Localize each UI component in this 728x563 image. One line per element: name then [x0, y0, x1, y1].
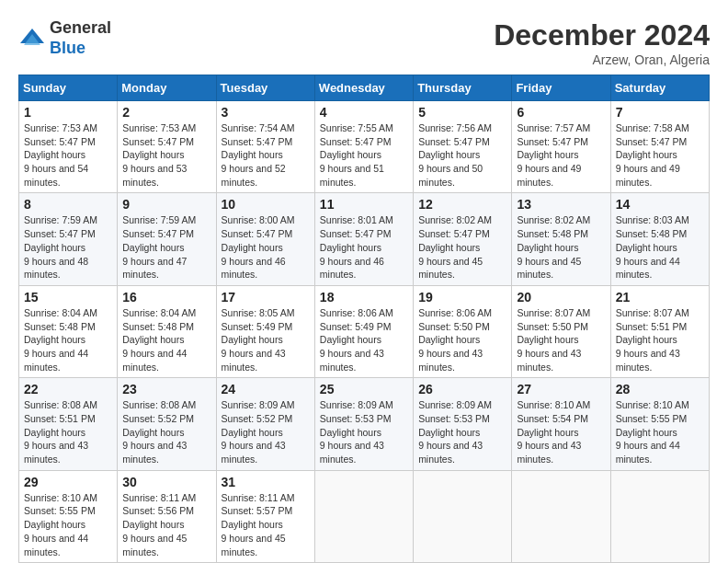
- day-info: Sunrise: 8:06 AM Sunset: 5:50 PM Dayligh…: [418, 306, 506, 373]
- day-number: 29: [24, 475, 112, 489]
- day-number: 12: [418, 197, 506, 212]
- day-number: 16: [122, 290, 210, 304]
- day-info: Sunrise: 7:55 AM Sunset: 5:47 PM Dayligh…: [320, 121, 408, 189]
- calendar-day-cell: 15 Sunrise: 8:04 AM Sunset: 5:48 PM Dayl…: [19, 285, 118, 377]
- calendar-day-cell: 4 Sunrise: 7:55 AM Sunset: 5:47 PM Dayli…: [314, 101, 413, 193]
- calendar-day-cell: 24 Sunrise: 8:09 AM Sunset: 5:52 PM Dayl…: [216, 378, 314, 470]
- day-number: 18: [320, 290, 408, 304]
- day-info: Sunrise: 8:07 AM Sunset: 5:50 PM Dayligh…: [517, 306, 605, 373]
- day-info: Sunrise: 7:53 AM Sunset: 5:47 PM Dayligh…: [122, 121, 210, 189]
- calendar-day-cell: 1 Sunrise: 7:53 AM Sunset: 5:47 PM Dayli…: [19, 101, 118, 193]
- day-info: Sunrise: 8:06 AM Sunset: 5:49 PM Dayligh…: [320, 306, 408, 373]
- empty-cell: [512, 470, 610, 562]
- day-info: Sunrise: 8:00 AM Sunset: 5:47 PM Dayligh…: [222, 213, 310, 281]
- day-number: 21: [616, 290, 704, 304]
- day-number: 9: [122, 197, 210, 212]
- weekday-header: Sunday: [19, 75, 118, 101]
- day-number: 24: [222, 382, 310, 396]
- calendar-day-cell: 2 Sunrise: 7:53 AM Sunset: 5:47 PM Dayli…: [118, 101, 216, 193]
- logo-text: General Blue: [50, 18, 111, 58]
- calendar-day-cell: 31 Sunrise: 8:11 AM Sunset: 5:57 PM Dayl…: [216, 470, 314, 562]
- calendar-day-cell: 19 Sunrise: 8:06 AM Sunset: 5:50 PM Dayl…: [414, 285, 512, 377]
- day-info: Sunrise: 8:02 AM Sunset: 5:48 PM Dayligh…: [517, 213, 605, 281]
- calendar-table: SundayMondayTuesdayWednesdayThursdayFrid…: [18, 75, 710, 563]
- calendar-week-row: 22 Sunrise: 8:08 AM Sunset: 5:51 PM Dayl…: [19, 378, 710, 470]
- weekday-header: Tuesday: [216, 75, 314, 101]
- calendar-day-cell: 13 Sunrise: 8:02 AM Sunset: 5:48 PM Dayl…: [512, 193, 610, 285]
- logo: General Blue: [18, 18, 111, 58]
- day-number: 31: [222, 475, 310, 489]
- location-subtitle: Arzew, Oran, Algeria: [494, 52, 710, 67]
- weekday-header: Wednesday: [314, 75, 413, 101]
- weekday-header-row: SundayMondayTuesdayWednesdayThursdayFrid…: [19, 75, 710, 101]
- logo-blue: Blue: [50, 39, 111, 59]
- weekday-header: Friday: [512, 75, 610, 101]
- day-number: 27: [517, 382, 605, 396]
- day-info: Sunrise: 8:08 AM Sunset: 5:51 PM Dayligh…: [24, 398, 112, 465]
- weekday-header: Monday: [118, 75, 216, 101]
- calendar-day-cell: 3 Sunrise: 7:54 AM Sunset: 5:47 PM Dayli…: [216, 101, 314, 193]
- empty-cell: [610, 470, 709, 562]
- day-number: 2: [122, 105, 210, 120]
- day-number: 20: [517, 290, 605, 304]
- calendar-day-cell: 6 Sunrise: 7:57 AM Sunset: 5:47 PM Dayli…: [512, 101, 610, 193]
- calendar-day-cell: 12 Sunrise: 8:02 AM Sunset: 5:47 PM Dayl…: [414, 193, 512, 285]
- calendar-week-row: 29 Sunrise: 8:10 AM Sunset: 5:55 PM Dayl…: [19, 470, 710, 562]
- day-info: Sunrise: 8:11 AM Sunset: 5:57 PM Dayligh…: [222, 491, 310, 558]
- day-number: 8: [24, 197, 112, 212]
- day-info: Sunrise: 7:59 AM Sunset: 5:47 PM Dayligh…: [24, 213, 112, 281]
- day-info: Sunrise: 7:53 AM Sunset: 5:47 PM Dayligh…: [24, 121, 112, 189]
- calendar-day-cell: 29 Sunrise: 8:10 AM Sunset: 5:55 PM Dayl…: [19, 470, 118, 562]
- calendar-day-cell: 7 Sunrise: 7:58 AM Sunset: 5:47 PM Dayli…: [610, 101, 709, 193]
- calendar-day-cell: 18 Sunrise: 8:06 AM Sunset: 5:49 PM Dayl…: [314, 285, 413, 377]
- calendar-day-cell: 11 Sunrise: 8:01 AM Sunset: 5:47 PM Dayl…: [314, 193, 413, 285]
- day-number: 15: [24, 290, 112, 304]
- day-number: 3: [222, 105, 310, 120]
- day-number: 7: [616, 105, 704, 120]
- day-info: Sunrise: 7:54 AM Sunset: 5:47 PM Dayligh…: [222, 121, 310, 189]
- day-number: 1: [24, 105, 112, 120]
- calendar-day-cell: 20 Sunrise: 8:07 AM Sunset: 5:50 PM Dayl…: [512, 285, 610, 377]
- day-info: Sunrise: 8:04 AM Sunset: 5:48 PM Dayligh…: [24, 306, 112, 373]
- day-number: 26: [418, 382, 506, 396]
- logo-general: General: [50, 18, 111, 39]
- calendar-day-cell: 8 Sunrise: 7:59 AM Sunset: 5:47 PM Dayli…: [19, 193, 118, 285]
- empty-cell: [414, 470, 512, 562]
- calendar-week-row: 8 Sunrise: 7:59 AM Sunset: 5:47 PM Dayli…: [19, 193, 710, 285]
- calendar-day-cell: 17 Sunrise: 8:05 AM Sunset: 5:49 PM Dayl…: [216, 285, 314, 377]
- day-info: Sunrise: 8:09 AM Sunset: 5:52 PM Dayligh…: [222, 398, 310, 465]
- day-number: 5: [418, 105, 506, 120]
- calendar-day-cell: 21 Sunrise: 8:07 AM Sunset: 5:51 PM Dayl…: [610, 285, 709, 377]
- day-info: Sunrise: 8:09 AM Sunset: 5:53 PM Dayligh…: [320, 398, 408, 465]
- calendar-day-cell: 22 Sunrise: 8:08 AM Sunset: 5:51 PM Dayl…: [19, 378, 118, 470]
- day-number: 23: [122, 382, 210, 396]
- day-number: 6: [517, 105, 605, 120]
- calendar-day-cell: 27 Sunrise: 8:10 AM Sunset: 5:54 PM Dayl…: [512, 378, 610, 470]
- day-number: 11: [320, 197, 408, 212]
- day-number: 17: [222, 290, 310, 304]
- day-info: Sunrise: 7:56 AM Sunset: 5:47 PM Dayligh…: [418, 121, 506, 189]
- calendar-day-cell: 5 Sunrise: 7:56 AM Sunset: 5:47 PM Dayli…: [414, 101, 512, 193]
- page-header: General Blue December 2024 Arzew, Oran, …: [18, 18, 710, 67]
- day-info: Sunrise: 7:59 AM Sunset: 5:47 PM Dayligh…: [122, 213, 210, 281]
- calendar-week-row: 15 Sunrise: 8:04 AM Sunset: 5:48 PM Dayl…: [19, 285, 710, 377]
- day-info: Sunrise: 8:10 AM Sunset: 5:54 PM Dayligh…: [517, 398, 605, 465]
- day-number: 25: [320, 382, 408, 396]
- day-info: Sunrise: 7:57 AM Sunset: 5:47 PM Dayligh…: [517, 121, 605, 189]
- day-info: Sunrise: 8:05 AM Sunset: 5:49 PM Dayligh…: [222, 306, 310, 373]
- calendar-day-cell: 26 Sunrise: 8:09 AM Sunset: 5:53 PM Dayl…: [414, 378, 512, 470]
- day-info: Sunrise: 8:11 AM Sunset: 5:56 PM Dayligh…: [122, 491, 210, 558]
- month-title: December 2024: [494, 18, 710, 52]
- day-info: Sunrise: 8:02 AM Sunset: 5:47 PM Dayligh…: [418, 213, 506, 281]
- calendar-day-cell: 16 Sunrise: 8:04 AM Sunset: 5:48 PM Dayl…: [118, 285, 216, 377]
- day-number: 28: [616, 382, 704, 396]
- empty-cell: [314, 470, 413, 562]
- calendar-day-cell: 28 Sunrise: 8:10 AM Sunset: 5:55 PM Dayl…: [610, 378, 709, 470]
- day-info: Sunrise: 8:10 AM Sunset: 5:55 PM Dayligh…: [616, 398, 704, 465]
- weekday-header: Thursday: [414, 75, 512, 101]
- day-info: Sunrise: 8:08 AM Sunset: 5:52 PM Dayligh…: [122, 398, 210, 465]
- day-info: Sunrise: 8:07 AM Sunset: 5:51 PM Dayligh…: [616, 306, 704, 373]
- day-info: Sunrise: 8:10 AM Sunset: 5:55 PM Dayligh…: [24, 491, 112, 558]
- calendar-day-cell: 30 Sunrise: 8:11 AM Sunset: 5:56 PM Dayl…: [118, 470, 216, 562]
- day-info: Sunrise: 8:09 AM Sunset: 5:53 PM Dayligh…: [418, 398, 506, 465]
